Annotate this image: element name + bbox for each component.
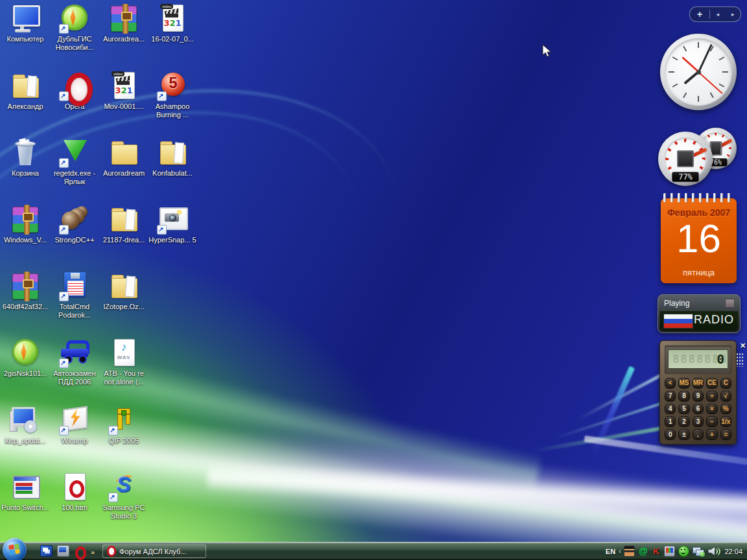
cpu-meter-gadget[interactable]: 77% [658,132,713,186]
calc-key-6[interactable]: 6 [693,404,704,414]
desktop-icon-regetdx[interactable]: regetdx.exe - Ярлык [49,138,100,186]
desktop-icon-hypersnap[interactable]: HyperSnap... 5 [147,205,198,244]
volume-tray-icon[interactable] [708,546,720,557]
switch-windows-icon[interactable] [40,545,53,557]
desktop-icon-recycle-bin[interactable]: Корзина [0,138,51,178]
calculator-gadget[interactable]: 8888888888 0 < MS MR CE C 7 8 9 ÷ √ 4 5 … [659,340,737,445]
calc-key-0[interactable]: 0 [665,429,676,439]
icon-label: 100.htm [49,504,100,512]
desktop-icon-dublgis[interactable]: ДубльГИС Новосиби... [49,4,100,52]
desktop-icon-konfabulator-folder[interactable]: Konfabulat... [147,138,198,178]
icon-label: QIP 2005 [99,437,149,445]
calendar-gadget[interactable]: Февраль 2007 16 пятница [661,198,737,283]
calc-key-plusminus[interactable]: ± [678,429,689,439]
desktop-icon-atb-wav[interactable]: ♪WAV ATB - You re not alone (... [99,338,149,386]
desktop-icon-totalcmd[interactable]: TotalCmd Podarok... [49,272,100,320]
desktop-icon-winamp[interactable]: Winamp [49,406,100,445]
calc-key-plus[interactable]: + [706,429,717,439]
calc-key-ms[interactable]: MS [678,378,689,388]
desktop-icon-windows-v-rar[interactable]: Windows_V... [0,205,51,244]
add-gadget-button[interactable]: + [690,9,709,19]
calc-key-7[interactable]: 7 [665,391,676,401]
calc-key-inverse[interactable]: 1/x [720,416,731,426]
display-tray-icon[interactable] [664,546,675,557]
winrar-archive-icon [107,4,141,34]
calc-key-5[interactable]: 5 [678,404,689,414]
calc-key-9[interactable]: 9 [693,391,704,401]
taskbar-clock[interactable]: 22:04 [724,548,742,555]
shortcut-arrow-icon [108,426,118,436]
desktop-icon-auroradream-folder[interactable]: Auroradream [99,138,149,178]
system-tray: EN ‹ @ K 22:04 [606,542,747,560]
start-button[interactable] [3,538,27,560]
calc-key-mr[interactable]: MR [693,378,704,388]
desktop-icon-opera[interactable]: Opera [49,71,100,111]
quicklaunch-overflow-chevron[interactable]: » [91,548,95,556]
computer-icon [8,4,42,34]
show-desktop-icon[interactable] [57,545,69,557]
desktop-icon-strongdc[interactable]: StrongDC++ [49,205,100,244]
radio-power-button[interactable] [725,299,735,308]
calc-key-minus[interactable]: − [706,416,717,426]
tray-collapse-arrow[interactable]: ‹ [619,548,621,555]
shortcut-arrow-icon [59,91,69,101]
desktop-icon-computer[interactable]: Компьютер [0,4,51,43]
desktop-icon-ashampoo[interactable]: 5 Ashampoo Burning ... [147,71,198,119]
desktop-icon-samsung-pc-studio[interactable]: S Samsung PC Studio 3 [99,472,149,520]
radio-status: Playing [664,299,689,308]
desktop-icon-alexandr-folder[interactable]: Александр [0,71,51,111]
calc-key-back[interactable]: < [665,378,676,388]
language-indicator[interactable]: EN [606,548,615,555]
desktop-icon-640df42-rar[interactable]: 640df42af32... [0,272,51,311]
calc-key-8[interactable]: 8 [678,391,689,401]
desktop-icon-klcp-update[interactable]: klcp_updat... [0,406,51,445]
calc-key-divide[interactable]: ÷ [706,391,717,401]
next-page-button[interactable]: ▸ [726,11,741,18]
calc-key-c[interactable]: C [720,378,731,388]
desktop-icon-punto[interactable]: Punto Switch... [0,472,51,512]
gadget-drag-handle[interactable] [736,353,744,367]
network-tray-icon[interactable] [693,546,705,557]
desktop-icon-video-mov0001[interactable]: video321 Mov-0001.... [99,71,149,111]
icon-label: Konfabulat... [147,169,198,178]
desktop-icon-video-16-02-07[interactable]: video321 16-02-07_0... [147,4,198,43]
calc-key-ce[interactable]: CE [706,378,717,388]
icon-label: IZotope.Oz... [99,303,149,311]
calc-key-3[interactable]: 3 [693,416,704,426]
mail-agent-tray-icon[interactable]: @ [638,546,648,556]
radio-display: RADIO [660,311,738,331]
calc-key-equals[interactable]: = [720,429,731,439]
icon-label: Punto Switch... [0,504,51,512]
desktop-icon-izotope-folder[interactable]: IZotope.Oz... [99,272,149,311]
qip-status-tray-icon[interactable] [678,546,689,557]
compass-icon [58,4,91,34]
desktop-icon-2gis[interactable]: 2gisNsk101... [0,338,51,378]
desktop-icon-100htm[interactable]: 100.htm [49,472,100,512]
desktop-icon-avtoekzamen[interactable]: Автоэкзамен ПДД 2006 [49,338,100,386]
icon-label: ATB - You re not alone (... [99,369,149,386]
calc-key-percent[interactable]: % [720,404,731,414]
windows-flag-icon [8,544,20,555]
calc-key-dot[interactable]: . [693,429,704,439]
radio-gadget[interactable]: Playing RADIO [658,294,741,333]
taskbar-button-forum[interactable]: Форум АДСЛ Клуб... [102,544,206,558]
desktop-icon-21187-folder[interactable]: 21187-drea... [99,205,149,244]
kaspersky-tray-icon[interactable]: K [651,546,661,556]
clock-gadget[interactable] [660,34,737,110]
mouse-cursor [540,44,554,58]
sidebar-controls: + ◂ ▸ [689,6,741,22]
opera-quicklaunch-icon[interactable] [74,546,85,557]
calc-key-1[interactable]: 1 [665,416,676,426]
calc-key-2[interactable]: 2 [678,416,689,426]
calc-key-sqrt[interactable]: √ [720,391,731,401]
winrar-archive-icon [8,272,42,301]
desktop-icon-qip[interactable]: QIP 2005 [99,406,149,445]
desktop-icon-auroradrea-rar[interactable]: Auroradrea... [99,4,149,43]
video-file-icon: video321 [107,71,141,101]
calc-key-multiply[interactable]: × [706,404,717,414]
calc-key-4[interactable]: 4 [665,404,676,414]
punto-switcher-tray-icon[interactable] [624,546,635,557]
prev-page-button[interactable]: ◂ [710,11,726,18]
icon-label: Автоэкзамен ПДД 2006 [49,369,100,386]
close-gadget-button[interactable]: ✕ [739,342,747,350]
